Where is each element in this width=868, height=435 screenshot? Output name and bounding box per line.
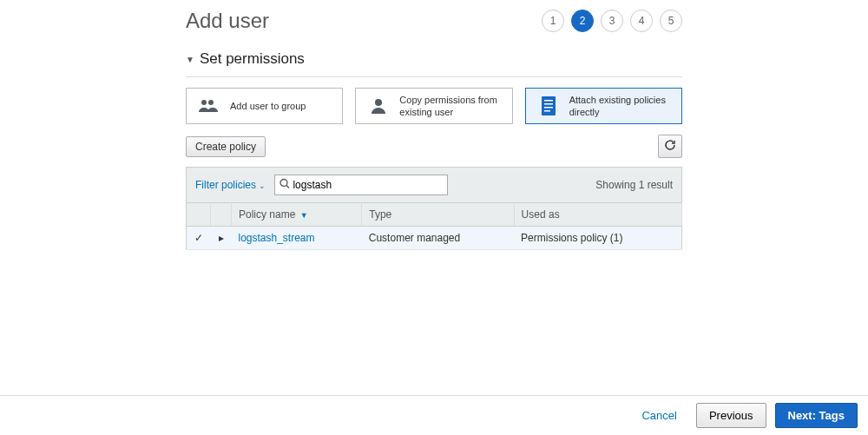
sort-asc-icon: ▼ bbox=[300, 211, 308, 220]
search-input[interactable] bbox=[274, 175, 448, 195]
svg-point-2 bbox=[375, 99, 382, 106]
policy-name-link[interactable]: logstash_stream bbox=[232, 227, 362, 250]
previous-button[interactable]: Previous bbox=[696, 403, 766, 428]
permissions-section-title: Set permissions bbox=[200, 50, 305, 68]
option-attach-policies[interactable]: Attach existing policies directly bbox=[525, 88, 682, 124]
column-label: Policy name bbox=[239, 208, 295, 221]
table-row: ✓ ▸ logstash_stream Customer managed Per… bbox=[187, 227, 682, 250]
filter-policies-dropdown[interactable]: Filter policies ⌄ bbox=[195, 179, 266, 191]
svg-rect-5 bbox=[544, 103, 553, 105]
step-3[interactable]: 3 bbox=[601, 10, 623, 32]
step-5[interactable]: 5 bbox=[660, 10, 682, 32]
option-add-to-group[interactable]: Add user to group bbox=[186, 88, 343, 124]
option-label: Add user to group bbox=[230, 100, 306, 112]
svg-point-1 bbox=[208, 100, 214, 105]
policy-type: Customer managed bbox=[362, 227, 514, 250]
option-copy-permissions[interactable]: Copy permissions from existing user bbox=[355, 88, 512, 124]
row-checkbox[interactable]: ✓ bbox=[187, 227, 211, 250]
step-1[interactable]: 1 bbox=[542, 10, 564, 32]
step-2[interactable]: 2 bbox=[571, 10, 594, 32]
row-expand[interactable]: ▸ bbox=[211, 227, 232, 250]
create-policy-button[interactable]: Create policy bbox=[186, 136, 266, 157]
caret-right-icon: ▸ bbox=[219, 232, 224, 244]
refresh-button[interactable] bbox=[658, 135, 682, 158]
svg-rect-4 bbox=[544, 100, 553, 102]
next-button[interactable]: Next: Tags bbox=[775, 403, 858, 428]
search-icon bbox=[279, 179, 290, 192]
user-icon bbox=[366, 96, 391, 116]
expand-header bbox=[211, 203, 232, 227]
checkbox-header bbox=[187, 203, 211, 227]
svg-point-8 bbox=[280, 180, 287, 187]
users-group-icon bbox=[197, 96, 221, 116]
svg-rect-3 bbox=[542, 96, 556, 115]
check-icon: ✓ bbox=[194, 232, 203, 244]
option-label: Copy permissions from existing user bbox=[399, 94, 501, 119]
caret-down-icon: ▼ bbox=[186, 55, 194, 64]
result-count: Showing 1 result bbox=[595, 179, 673, 191]
policies-table: Policy name ▼ Type Used as ✓ ▸ logstash_… bbox=[186, 202, 682, 250]
chevron-down-icon: ⌄ bbox=[259, 181, 266, 190]
filter-label-text: Filter policies bbox=[195, 179, 256, 191]
cancel-button[interactable]: Cancel bbox=[631, 404, 687, 427]
option-label: Attach existing policies directly bbox=[569, 94, 671, 119]
refresh-icon bbox=[664, 142, 676, 154]
wizard-steps: 1 2 3 4 5 bbox=[542, 10, 682, 32]
column-type[interactable]: Type bbox=[362, 203, 514, 227]
permissions-section-toggle[interactable]: ▼ Set permissions bbox=[186, 50, 682, 68]
page-title: Add user bbox=[186, 9, 269, 33]
svg-point-0 bbox=[201, 100, 207, 105]
policy-used-as: Permissions policy (1) bbox=[514, 227, 681, 250]
wizard-footer: Cancel Previous Next: Tags bbox=[0, 395, 868, 435]
svg-line-9 bbox=[286, 186, 289, 188]
svg-rect-6 bbox=[544, 107, 553, 109]
step-4[interactable]: 4 bbox=[630, 10, 653, 32]
document-icon bbox=[536, 96, 561, 116]
column-policy-name[interactable]: Policy name ▼ bbox=[232, 203, 362, 227]
divider bbox=[186, 76, 682, 77]
column-used-as[interactable]: Used as bbox=[514, 203, 681, 227]
svg-rect-7 bbox=[544, 110, 550, 112]
filter-bar: Filter policies ⌄ Showing 1 result bbox=[186, 167, 682, 202]
